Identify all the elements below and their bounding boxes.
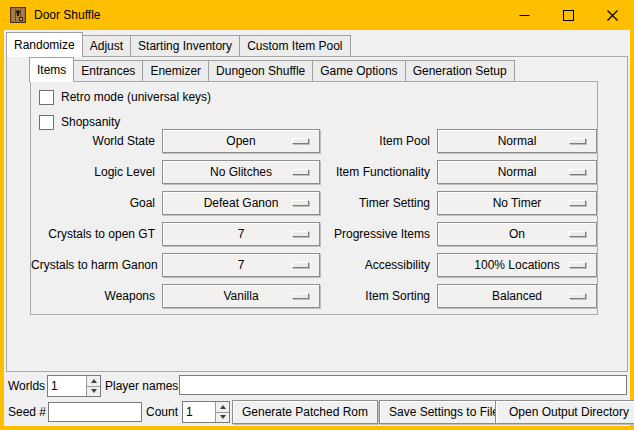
tab-adjust[interactable]: Adjust: [82, 35, 131, 56]
client-area: Randomize Adjust Starting Inventory Cust…: [4, 30, 630, 426]
weapons-value: Vanilla: [223, 286, 258, 306]
shopsanity-label: Shopsanity: [61, 115, 120, 129]
dropdown-indicator-icon: [292, 262, 309, 268]
retro-mode-checkbox-row[interactable]: Retro mode (universal keys): [39, 88, 211, 106]
world-state-label: World State: [31, 129, 155, 153]
logic-level-value: No Glitches: [210, 162, 272, 182]
dropdown-indicator-icon: [569, 293, 586, 299]
arrow-down-icon: [220, 415, 226, 419]
worlds-label: Worlds: [8, 376, 45, 396]
dropdown-indicator-icon: [569, 231, 586, 237]
logic-level-label: Logic Level: [31, 160, 155, 184]
open-output-directory-button[interactable]: Open Output Directory: [495, 400, 634, 424]
dropdown-indicator-icon: [569, 200, 586, 206]
retro-mode-label: Retro mode (universal keys): [61, 90, 211, 104]
sub-tab-bar: Items Entrances Enemizer Dungeon Shuffle…: [7, 57, 627, 81]
item-sorting-dropdown[interactable]: Balanced: [437, 284, 597, 308]
dropdown-indicator-icon: [292, 200, 309, 206]
crystals-ganon-dropdown[interactable]: 7: [162, 253, 320, 277]
accessibility-value: 100% Locations: [474, 255, 559, 275]
spin-down-button[interactable]: [216, 412, 229, 423]
seed-label: Seed #: [8, 402, 46, 422]
dropdown-indicator-icon: [292, 293, 309, 299]
timer-setting-label: Timer Setting: [327, 191, 430, 215]
worlds-spin-arrows: [86, 376, 100, 396]
options-grid: World State Open Item Pool Normal Logic …: [31, 129, 595, 315]
window-title: Door Shuffle: [34, 8, 101, 22]
arrow-up-icon: [220, 405, 226, 409]
count-spinbox[interactable]: [182, 401, 230, 423]
item-sorting-label: Item Sorting: [327, 284, 430, 308]
count-label: Count: [146, 402, 178, 422]
minimize-button[interactable]: [502, 0, 546, 30]
logic-level-dropdown[interactable]: No Glitches: [162, 160, 320, 184]
generate-patched-rom-button[interactable]: Generate Patched Rom: [232, 400, 378, 424]
count-spin-arrows: [215, 402, 229, 422]
item-functionality-value: Normal: [498, 162, 537, 182]
save-settings-button[interactable]: Save Settings to File: [379, 400, 509, 424]
goal-label: Goal: [31, 191, 155, 215]
window-controls: [502, 0, 634, 30]
weapons-dropdown[interactable]: Vanilla: [162, 284, 320, 308]
goal-dropdown[interactable]: Defeat Ganon: [162, 191, 320, 215]
maximize-button[interactable]: [546, 0, 590, 30]
dropdown-indicator-icon: [569, 169, 586, 175]
tab-custom-item-pool[interactable]: Custom Item Pool: [239, 35, 350, 56]
dropdown-indicator-icon: [292, 138, 309, 144]
accessibility-dropdown[interactable]: 100% Locations: [437, 253, 597, 277]
crystals-ganon-value: 7: [238, 255, 245, 275]
door-icon: [10, 7, 26, 23]
goal-value: Defeat Ganon: [204, 193, 279, 213]
timer-setting-value: No Timer: [493, 193, 542, 213]
progressive-items-dropdown[interactable]: On: [437, 222, 597, 246]
title-bar[interactable]: Door Shuffle: [0, 0, 634, 30]
tab-enemizer[interactable]: Enemizer: [142, 60, 209, 81]
spin-down-button[interactable]: [87, 386, 100, 397]
item-functionality-label: Item Functionality: [327, 160, 430, 184]
dropdown-indicator-icon: [292, 169, 309, 175]
item-pool-dropdown[interactable]: Normal: [437, 129, 597, 153]
main-tab-bar: Randomize Adjust Starting Inventory Cust…: [4, 30, 630, 56]
count-input[interactable]: [183, 402, 215, 422]
dropdown-indicator-icon: [292, 231, 309, 237]
weapons-label: Weapons: [31, 284, 155, 308]
randomize-pane: Items Entrances Enemizer Dungeon Shuffle…: [6, 56, 628, 372]
player-names-input[interactable]: [179, 375, 627, 395]
minimize-icon: [519, 10, 530, 21]
item-pool-value: Normal: [498, 131, 537, 151]
accessibility-label: Accessibility: [327, 253, 430, 277]
seed-input[interactable]: [48, 402, 142, 422]
window: Door Shuffle Randomize: [0, 0, 634, 430]
crystals-gt-dropdown[interactable]: 7: [162, 222, 320, 246]
spin-up-button[interactable]: [87, 376, 100, 386]
progressive-items-label: Progressive Items: [327, 222, 430, 246]
world-state-value: Open: [226, 131, 255, 151]
tab-starting-inventory[interactable]: Starting Inventory: [130, 35, 240, 56]
progressive-items-value: On: [509, 224, 525, 244]
tab-randomize[interactable]: Randomize: [6, 32, 83, 57]
spin-up-button[interactable]: [216, 402, 229, 412]
timer-setting-dropdown[interactable]: No Timer: [437, 191, 597, 215]
dropdown-indicator-icon: [569, 138, 586, 144]
maximize-icon: [563, 10, 574, 21]
tab-items[interactable]: Items: [29, 57, 74, 82]
dropdown-indicator-icon: [569, 262, 586, 268]
tab-game-options[interactable]: Game Options: [312, 60, 405, 81]
tab-entrances[interactable]: Entrances: [73, 60, 143, 81]
crystals-gt-label: Crystals to open GT: [31, 222, 155, 246]
player-names-label: Player names: [105, 376, 178, 396]
items-pane: Retro mode (universal keys) Shopsanity W…: [30, 81, 598, 315]
item-pool-label: Item Pool: [327, 129, 430, 153]
close-button[interactable]: [590, 0, 634, 30]
tab-generation-setup[interactable]: Generation Setup: [405, 60, 515, 81]
item-functionality-dropdown[interactable]: Normal: [437, 160, 597, 184]
crystals-ganon-label: Crystals to harm Ganon: [31, 253, 155, 277]
shopsanity-checkbox[interactable]: [39, 115, 54, 130]
world-state-dropdown[interactable]: Open: [162, 129, 320, 153]
retro-mode-checkbox[interactable]: [39, 90, 54, 105]
crystals-gt-value: 7: [238, 224, 245, 244]
arrow-up-icon: [91, 379, 97, 383]
tab-dungeon-shuffle[interactable]: Dungeon Shuffle: [208, 60, 313, 81]
worlds-spinbox[interactable]: [47, 375, 101, 397]
worlds-input[interactable]: [48, 376, 86, 396]
